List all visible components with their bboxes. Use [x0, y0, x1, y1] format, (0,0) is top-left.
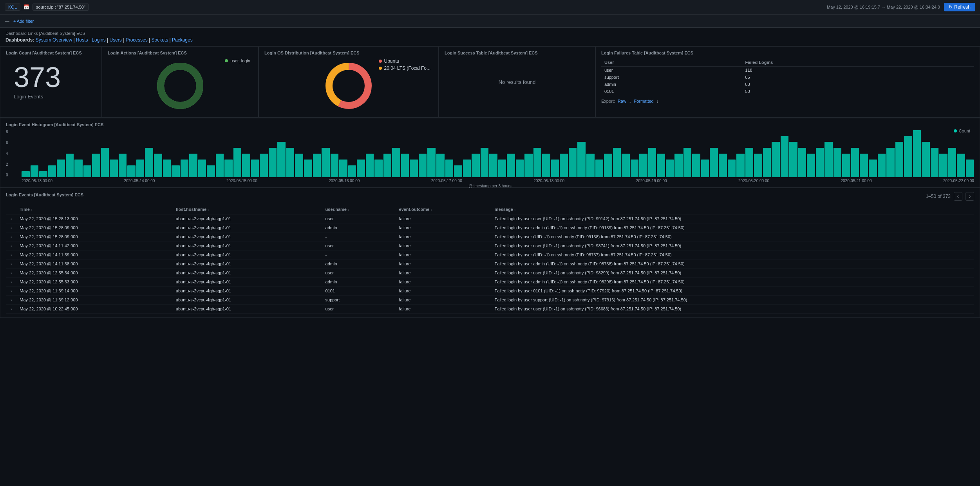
- nav-logins[interactable]: Logins: [92, 37, 105, 43]
- pagination-controls: 1–50 of 373 ‹ ›: [926, 192, 974, 201]
- row-outcome: failure: [396, 259, 492, 268]
- histogram-bar: [419, 154, 427, 177]
- export-raw-link[interactable]: Raw: [618, 99, 626, 103]
- histogram-bar: [948, 148, 956, 177]
- col-hostname[interactable]: host.hostname: [173, 205, 322, 214]
- histogram-bar: [745, 148, 754, 177]
- histogram-bar: [622, 154, 630, 177]
- x-label-7: 2020-05-20 00:00: [738, 179, 769, 183]
- row-expand: ›: [6, 232, 16, 241]
- histogram-bar: [207, 165, 215, 177]
- table-row: admin83: [601, 81, 974, 88]
- histogram-bar: [39, 171, 47, 177]
- x-label-3: 2020-05-16 00:00: [329, 179, 360, 183]
- histogram-bar: [110, 160, 118, 177]
- x-label-1: 2020-05-14 00:00: [124, 179, 155, 183]
- row-hostname: ubuntu-s-2vcpu-4gb-sgp1-01: [173, 250, 322, 259]
- histogram-bar: [666, 160, 674, 177]
- expand-button[interactable]: ›: [9, 298, 13, 302]
- x-label-4: 2020-05-17 00:00: [431, 179, 462, 183]
- nav-hosts[interactable]: Hosts: [76, 37, 88, 43]
- row-outcome: failure: [396, 241, 492, 250]
- histogram-bars: [6, 130, 974, 177]
- histogram-bar: [145, 148, 153, 177]
- histogram-bar: [410, 160, 418, 177]
- row-outcome: failure: [396, 232, 492, 241]
- row-expand: ›: [6, 259, 16, 268]
- refresh-button[interactable]: ↻ Refresh: [944, 3, 975, 11]
- y-label-2: 2: [6, 163, 8, 167]
- table-row: › May 22, 2020 @ 15:28:13.000 ubuntu-s-2…: [6, 214, 974, 223]
- pagination-count: 1–50 of 373: [926, 194, 951, 199]
- row-outcome: failure: [396, 277, 492, 287]
- col-username[interactable]: user.name: [322, 205, 396, 214]
- row-time: May 22, 2020 @ 14:11:39.000: [16, 250, 172, 259]
- table-row: › May 22, 2020 @ 14:11:42.000 ubuntu-s-2…: [6, 241, 974, 250]
- row-hostname: ubuntu-s-2vcpu-4gb-sgp1-01: [173, 305, 322, 314]
- histogram-bar: [507, 154, 515, 177]
- login-count-title: Login Count [Auditbeat System] ECS: [6, 51, 96, 55]
- failures-col-user[interactable]: User: [601, 58, 742, 67]
- histogram-bar: [798, 148, 806, 177]
- histogram-bar: [295, 154, 303, 177]
- legend-label-user-login: user_login: [230, 58, 250, 63]
- col-expand: [6, 205, 16, 214]
- row-message: Failed login by user 0101 (UID: -1) on s…: [492, 287, 974, 296]
- expand-button[interactable]: ›: [9, 289, 13, 293]
- histogram-bar: [357, 160, 365, 177]
- expand-button[interactable]: ›: [9, 307, 13, 311]
- expand-button[interactable]: ›: [9, 244, 13, 248]
- x-label-0: 2020-05-13 00:00: [22, 179, 52, 183]
- histogram-bar: [48, 165, 56, 177]
- col-message[interactable]: message: [492, 205, 974, 214]
- col-outcome[interactable]: event.outcome: [396, 205, 492, 214]
- histogram-bar: [878, 154, 886, 177]
- histogram-bar: [754, 154, 762, 177]
- nav-sockets[interactable]: Sockets: [151, 37, 168, 43]
- dashboard-links-section: Dashboard Links [Auditbeat System] ECS D…: [0, 28, 980, 46]
- x-label-6: 2020-05-19 00:00: [636, 179, 667, 183]
- failures-col-count[interactable]: Failed Logins: [742, 58, 974, 67]
- histogram-bar: [66, 154, 74, 177]
- expand-button[interactable]: ›: [9, 262, 13, 266]
- x-label-8: 2020-05-21 00:00: [841, 179, 872, 183]
- histogram-bar: [683, 148, 692, 177]
- expand-button[interactable]: ›: [9, 271, 13, 275]
- histogram-bar: [224, 160, 233, 177]
- histogram-bar: [939, 154, 947, 177]
- row-time: May 22, 2020 @ 15:28:09.000: [16, 232, 172, 241]
- export-formatted-link[interactable]: Formatted: [634, 99, 654, 103]
- failure-count: 118: [742, 67, 974, 74]
- expand-button[interactable]: ›: [9, 253, 13, 257]
- expand-button[interactable]: ›: [9, 235, 13, 239]
- nav-users[interactable]: Users: [110, 37, 122, 43]
- prev-page-button[interactable]: ‹: [954, 192, 962, 201]
- svg-point-1: [161, 66, 200, 105]
- nav-processes[interactable]: Processes: [126, 37, 148, 43]
- row-message: Failed login by user support (UID: -1) o…: [492, 296, 974, 305]
- histogram-bar: [851, 148, 859, 177]
- table-row: › May 22, 2020 @ 12:55:34.000 ubuntu-s-2…: [6, 268, 974, 277]
- table-row: user118: [601, 67, 974, 74]
- histogram-bar: [427, 148, 436, 177]
- histogram-bar: [966, 160, 974, 177]
- expand-button[interactable]: ›: [9, 226, 13, 230]
- expand-button[interactable]: ›: [9, 280, 13, 284]
- histogram-bar: [260, 154, 268, 177]
- top-panels-row: Login Count [Auditbeat System] ECS 373 L…: [0, 46, 980, 118]
- histogram-bar: [31, 165, 39, 177]
- histogram-bar: [498, 160, 506, 177]
- events-panel: Login Events [Auditbeat System] ECS 1–50…: [0, 188, 980, 318]
- nav-packages[interactable]: Packages: [172, 37, 193, 43]
- next-page-button[interactable]: ›: [966, 192, 974, 201]
- row-username: user: [322, 305, 396, 314]
- row-outcome: failure: [396, 287, 492, 296]
- col-time[interactable]: Time: [16, 205, 172, 214]
- row-hostname: ubuntu-s-2vcpu-4gb-sgp1-01: [173, 259, 322, 268]
- kql-badge[interactable]: KQL: [5, 4, 20, 11]
- histogram-bar: [533, 148, 542, 177]
- expand-button[interactable]: ›: [9, 217, 13, 221]
- row-username: user: [322, 241, 396, 250]
- add-filter-button[interactable]: + Add filter: [13, 19, 34, 24]
- nav-system-overview[interactable]: System Overview: [36, 37, 72, 43]
